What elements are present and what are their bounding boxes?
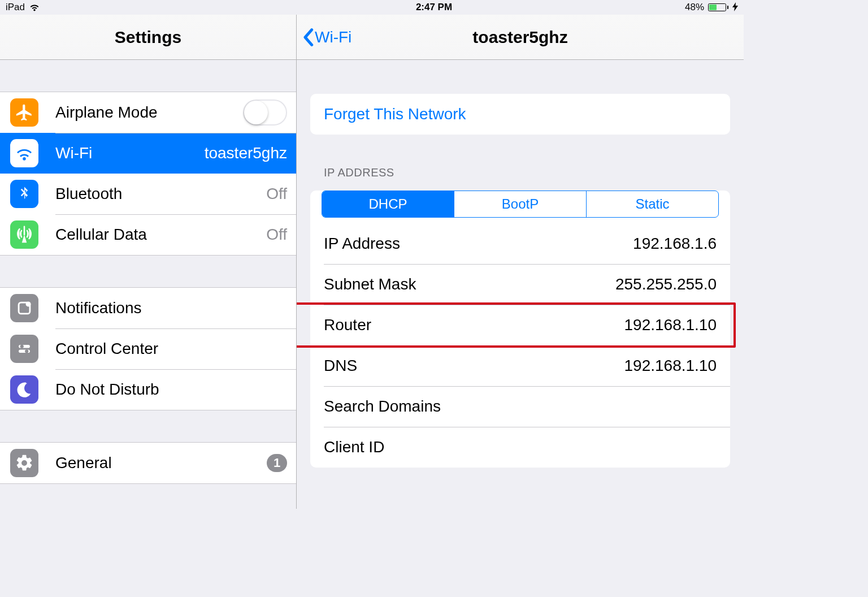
sidebar-item-airplane-mode[interactable]: Airplane Mode (0, 92, 296, 133)
wifi-network-value: toaster5ghz (205, 144, 287, 162)
forget-network-card[interactable]: Forget This Network (310, 94, 730, 135)
sidebar-group-connectivity: Airplane Mode Wi-Fi toaster5ghz (0, 92, 296, 256)
sidebar-item-label: Airplane Mode (55, 103, 243, 122)
back-label: Wi-Fi (315, 28, 351, 46)
sidebar-item-label: Do Not Disturb (55, 380, 287, 399)
ip-config-card: DHCP BootP Static IP Address192.168.1.6S… (310, 191, 730, 468)
kv-row-dns[interactable]: DNS192.168.1.10 (310, 345, 730, 386)
kv-row-subnet-mask[interactable]: Subnet Mask255.255.255.0 (310, 264, 730, 305)
notifications-icon (10, 294, 38, 322)
airplane-toggle[interactable] (243, 100, 287, 126)
kv-row-client-id[interactable]: Client ID (310, 427, 730, 468)
sidebar-title: Settings (115, 28, 181, 47)
battery-icon (708, 3, 728, 11)
segment-dhcp[interactable]: DHCP (322, 191, 454, 217)
wifi-icon (10, 139, 38, 167)
moon-icon (10, 375, 38, 404)
back-button[interactable]: Wi-Fi (302, 15, 351, 59)
kv-key: Search Domains (324, 397, 441, 416)
ip-mode-segmented[interactable]: DHCP BootP Static (322, 191, 719, 218)
battery-percent: 48% (685, 2, 704, 13)
sidebar-item-label: Bluetooth (55, 185, 266, 203)
settings-sidebar: Settings Airplane Mode (0, 15, 297, 509)
kv-value: 192.168.1.10 (624, 357, 717, 375)
svg-point-3 (20, 345, 24, 348)
segment-bootp[interactable]: BootP (454, 191, 586, 217)
kv-key: Subnet Mask (324, 275, 416, 293)
sidebar-item-do-not-disturb[interactable]: Do Not Disturb (0, 369, 296, 410)
kv-row-router[interactable]: Router192.168.1.10 (310, 305, 730, 345)
forget-network-link[interactable]: Forget This Network (324, 105, 466, 123)
cellular-icon (10, 220, 38, 249)
general-badge: 1 (267, 454, 287, 472)
status-bar: iPad 2:47 PM 48% (0, 0, 744, 15)
sidebar-navbar: Settings (0, 15, 296, 60)
kv-key: Router (324, 316, 371, 334)
sidebar-item-cellular-data[interactable]: Cellular Data Off (0, 214, 296, 255)
sidebar-item-general[interactable]: General 1 (0, 443, 296, 483)
kv-value: 192.168.1.6 (633, 235, 717, 253)
sidebar-item-control-center[interactable]: Control Center (0, 328, 296, 369)
sidebar-item-label: Notifications (55, 299, 287, 317)
sidebar-group-general: General 1 (0, 442, 296, 484)
gear-icon (10, 449, 38, 477)
sidebar-item-label: Wi-Fi (55, 144, 205, 162)
detail-pane: Wi-Fi toaster5ghz Forget This Network IP… (297, 15, 744, 509)
sidebar-item-label: General (55, 454, 267, 472)
kv-row-search-domains[interactable]: Search Domains (310, 386, 730, 427)
cellular-value: Off (266, 226, 287, 244)
detail-navbar: Wi-Fi toaster5ghz (297, 15, 744, 60)
bluetooth-icon (10, 180, 38, 208)
kv-row-ip-address[interactable]: IP Address192.168.1.6 (310, 223, 730, 264)
sidebar-item-notifications[interactable]: Notifications (0, 288, 296, 328)
detail-title: toaster5ghz (472, 28, 567, 47)
kv-key: DNS (324, 357, 357, 375)
sidebar-item-bluetooth[interactable]: Bluetooth Off (0, 174, 296, 214)
kv-key: Client ID (324, 438, 384, 456)
clock: 2:47 PM (416, 2, 452, 13)
svg-point-5 (25, 349, 28, 353)
sidebar-item-wifi[interactable]: Wi-Fi toaster5ghz (0, 133, 296, 174)
charging-icon (732, 2, 738, 13)
kv-key: IP Address (324, 235, 400, 253)
kv-value: 192.168.1.10 (624, 316, 717, 334)
bluetooth-value: Off (266, 185, 287, 203)
airplane-icon (10, 98, 38, 127)
device-label: iPad (6, 2, 25, 13)
sidebar-item-label: Cellular Data (55, 226, 266, 244)
sidebar-group-attention: Notifications Control Center (0, 287, 296, 410)
ip-address-section-header: IP ADDRESS (324, 166, 730, 179)
segment-static[interactable]: Static (586, 191, 718, 217)
kv-value: 255.255.255.0 (615, 275, 717, 293)
wifi-status-icon (29, 3, 40, 11)
control-center-icon (10, 335, 38, 363)
sidebar-item-label: Control Center (55, 340, 287, 358)
svg-point-1 (26, 301, 31, 306)
